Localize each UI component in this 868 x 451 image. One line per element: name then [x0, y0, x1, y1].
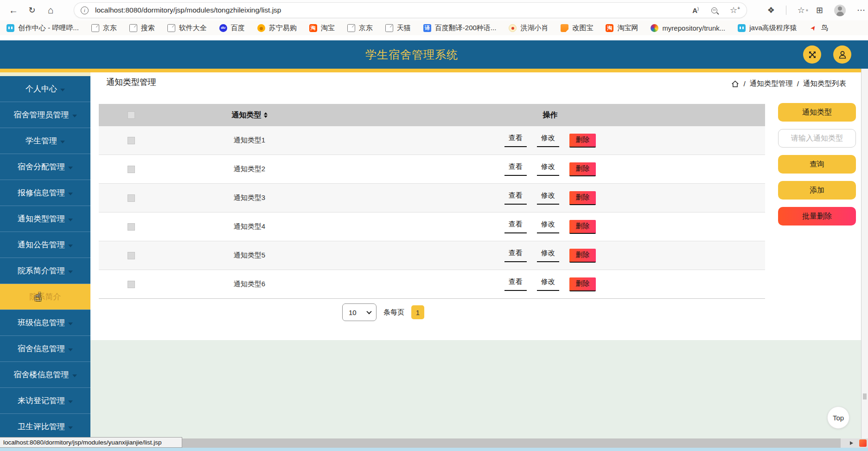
bookmark-favicon — [129, 24, 137, 32]
site-info-icon[interactable]: i — [81, 6, 89, 14]
extensions-icon[interactable]: ❖ — [767, 5, 775, 15]
sidebar-item[interactable]: 宿舍信息管理 — [0, 336, 90, 362]
bookmark-item[interactable]: myrepository/trunk... — [651, 24, 725, 32]
query-button[interactable]: 查询 — [778, 155, 856, 174]
sidebar-item[interactable]: 通知类型管理 — [0, 206, 90, 232]
sidebar-item-label: 宿舍管理员管理 — [14, 110, 69, 120]
panel-title-button[interactable]: 通知类型 — [778, 103, 856, 122]
more-menu-icon[interactable]: ⋯ — [857, 5, 865, 15]
favorites-bar-icon[interactable]: ☆≡ — [798, 5, 805, 15]
bookmark-item[interactable]: 洪湖小肖 — [509, 24, 548, 32]
breadcrumb-item[interactable]: 通知类型管理 — [750, 79, 793, 89]
sort-icon[interactable] — [264, 112, 268, 118]
user-button[interactable] — [833, 45, 851, 64]
sidebar-item[interactable]: 报修信息管理 — [0, 180, 90, 206]
sidebar-item[interactable]: 来访登记管理 — [0, 388, 90, 414]
bookmark-label: 天猫 — [397, 24, 411, 32]
vertical-scrollbar-thumb[interactable] — [863, 393, 867, 399]
delete-button[interactable]: 删除 — [569, 277, 596, 291]
read-aloud-icon[interactable]: A) — [692, 6, 699, 14]
bookmark-item[interactable]: 天猫 — [385, 24, 411, 32]
edit-link[interactable]: 修改 — [537, 134, 559, 147]
batch-delete-button[interactable]: 批量删除 — [778, 207, 856, 226]
horizontal-scrollbar[interactable] — [182, 438, 868, 448]
view-link[interactable]: 查看 — [504, 249, 527, 262]
collections-icon[interactable]: ⊞ — [816, 5, 823, 15]
breadcrumb: / 通知类型管理 / 通知类型列表 — [731, 79, 846, 89]
table-row: 通知类型3 查看 修改 删除 — [99, 184, 765, 213]
sidebar-item[interactable]: 通知公告管理 — [0, 232, 90, 258]
sidebar-item[interactable]: 班级信息管理 — [0, 310, 90, 336]
zoom-out-icon[interactable] — [711, 7, 717, 13]
horizontal-scrollbar-thumb[interactable] — [182, 438, 841, 448]
bookmark-item[interactable]: 改图宝 — [561, 24, 593, 32]
sidebar-item[interactable]: 学生管理 — [0, 128, 90, 154]
delete-button[interactable]: 删除 — [569, 134, 596, 148]
view-link[interactable]: 查看 — [504, 191, 527, 205]
page-number-button[interactable]: 1 — [411, 305, 424, 319]
view-link[interactable]: 查看 — [504, 134, 527, 147]
bookmark-item[interactable]: 淘 淘宝 — [309, 24, 335, 32]
edit-link[interactable]: 修改 — [537, 277, 559, 291]
view-link[interactable]: 查看 — [504, 277, 527, 291]
sidebar-item[interactable]: 卫生评比管理 — [0, 414, 90, 438]
edit-link[interactable]: 修改 — [537, 162, 559, 176]
profile-avatar-icon[interactable] — [834, 5, 846, 16]
fullscreen-arrows-icon — [808, 50, 817, 59]
sidebar-item[interactable]: 个人中心 — [0, 76, 90, 102]
bookmark-favicon: ➤ — [810, 24, 817, 32]
sidebar-item[interactable]: 宿舍分配管理 — [0, 154, 90, 180]
sidebar-item[interactable]: 院系简介管理 — [0, 258, 90, 284]
row-checkbox[interactable] — [128, 166, 135, 173]
row-checkbox[interactable] — [128, 194, 135, 202]
scroll-right-arrow-icon[interactable] — [850, 441, 853, 445]
bookmark-label: java高级程序猿 — [749, 24, 797, 32]
sidebar-item[interactable]: 院系简介 — [0, 284, 90, 310]
edit-link[interactable]: 修改 — [537, 249, 559, 262]
app-header: 学生宿舍管理系统 — [0, 40, 868, 69]
bookmark-item[interactable]: 搜索 — [129, 24, 155, 32]
bookmark-item[interactable]: 创作中心 - 哔哩哔... — [6, 24, 79, 32]
edit-link[interactable]: 修改 — [537, 191, 559, 205]
bookmark-item[interactable]: 淘 淘宝网 — [606, 24, 638, 32]
notice-type-search-input[interactable] — [778, 129, 856, 148]
fullscreen-button[interactable] — [803, 45, 821, 64]
row-checkbox[interactable] — [128, 223, 135, 231]
bookmark-item[interactable]: java高级程序猿 — [738, 24, 797, 32]
bookmark-favicon — [6, 24, 14, 32]
sidebar-item[interactable]: 宿舍管理员管理 — [0, 102, 90, 128]
back-icon[interactable]: ← — [6, 0, 21, 20]
url-text: localhost:8080/dormitory/jsp/modules/ton… — [95, 6, 692, 14]
delete-button[interactable]: 删除 — [569, 249, 596, 263]
bookmark-item[interactable]: 苏宁易购 — [257, 24, 297, 32]
add-favorite-icon[interactable]: ☆+ — [730, 5, 740, 15]
chevron-down-icon — [72, 374, 77, 377]
refresh-icon[interactable]: ↻ — [24, 0, 40, 20]
bookmark-item[interactable]: 软件大全 — [167, 24, 207, 32]
view-link[interactable]: 查看 — [504, 220, 527, 233]
edit-link[interactable]: 修改 — [537, 220, 559, 233]
row-checkbox[interactable] — [128, 252, 135, 259]
bookmark-item[interactable]: ➤ 鸟 — [810, 24, 828, 32]
row-name: 通知类型2 — [234, 165, 265, 174]
bookmark-item[interactable]: 译 百度翻译-200种语... — [423, 24, 497, 32]
bookmark-item[interactable]: du 百度 — [219, 24, 245, 32]
sidebar-item[interactable]: 宿舍楼信息管理 — [0, 362, 90, 388]
home-icon[interactable]: ⌂ — [43, 0, 58, 20]
view-link[interactable]: 查看 — [504, 162, 527, 176]
vertical-scrollbar[interactable] — [861, 69, 868, 438]
row-checkbox[interactable] — [128, 137, 135, 144]
home-breadcrumb-icon[interactable] — [731, 80, 739, 88]
bookmark-item[interactable]: 京东 — [347, 24, 373, 32]
bookmark-item[interactable]: 京东 — [91, 24, 117, 32]
delete-button[interactable]: 删除 — [569, 191, 596, 205]
add-button[interactable]: 添加 — [778, 181, 856, 200]
page-size-select[interactable]: 10 — [342, 303, 377, 321]
delete-button[interactable]: 删除 — [569, 162, 596, 176]
address-bar[interactable]: i localhost:8080/dormitory/jsp/modules/t… — [74, 3, 747, 18]
back-to-top-button[interactable]: Top — [827, 406, 849, 429]
column-header-name[interactable]: 通知类型 — [232, 110, 268, 120]
select-all-checkbox[interactable] — [128, 111, 135, 119]
row-checkbox[interactable] — [128, 281, 135, 288]
delete-button[interactable]: 删除 — [569, 220, 596, 234]
